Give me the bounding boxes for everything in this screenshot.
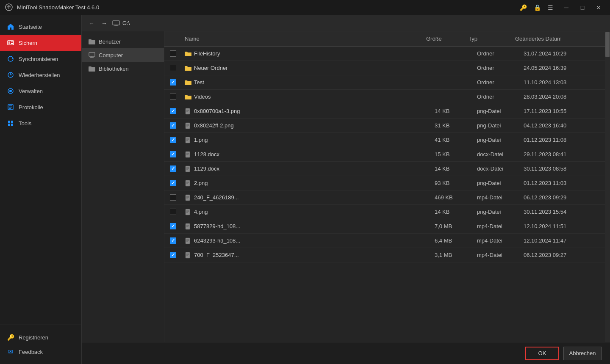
file-date-cell: 01.12.2023 11:08	[520, 135, 605, 145]
file-name-cell: Neuer Ordner	[181, 63, 431, 73]
minimize-button[interactable]: ─	[560, 3, 573, 12]
file-checkbox[interactable]	[170, 137, 176, 143]
bibliotheken-icon	[89, 65, 95, 72]
table-row[interactable]: 240_F_4626189...469 KBmp4-Datei06.12.202…	[164, 190, 605, 205]
table-row[interactable]: 4.png14 KBpng-Datei30.11.2023 15:54	[164, 205, 605, 219]
key-bottom-icon: 🔑	[7, 334, 14, 341]
back-button[interactable]: ←	[87, 19, 96, 28]
table-row[interactable]: Neuer OrdnerOrdner24.05.2024 16:39	[164, 61, 605, 75]
folder-icon	[185, 79, 191, 86]
svg-rect-50	[186, 195, 190, 201]
file-checkbox[interactable]	[170, 180, 176, 186]
table-row[interactable]: 1.png41 KBpng-Datei01.12.2023 11:08	[164, 133, 605, 147]
breadcrumb-path: G:\	[112, 20, 130, 26]
file-checkbox[interactable]	[170, 194, 176, 201]
maximize-button[interactable]: □	[576, 3, 589, 12]
file-name-text: 240_F_4626189...	[194, 194, 239, 201]
svg-rect-19	[89, 40, 95, 44]
breadcrumb-text: G:\	[122, 20, 130, 26]
table-row[interactable]: TestOrdner11.10.2024 13:03	[164, 75, 605, 90]
table-row[interactable]: 700_F_2523647...3,1 MBmp4-Datei06.12.202…	[164, 248, 605, 262]
tree-item-benutzer[interactable]: Benutzer	[82, 35, 164, 48]
file-list-header: Name Größe Typ Geändertes Datum	[164, 31, 605, 47]
file-date-cell: 01.12.2023 11:03	[520, 178, 605, 188]
svg-rect-4	[11, 43, 13, 44]
file-name-text: 4.png	[194, 209, 208, 215]
key-icon[interactable]: 🔑	[520, 4, 527, 11]
file-checkbox[interactable]	[170, 79, 176, 85]
file-size-cell: 469 KB	[431, 193, 474, 202]
manage-icon	[7, 87, 14, 95]
file-size-cell: 6,4 MB	[431, 236, 474, 245]
menu-icon[interactable]: ☰	[548, 4, 553, 11]
file-name-text: Videos	[194, 94, 211, 100]
file-name-cell: 700_F_2523647...	[181, 250, 431, 260]
lock-icon[interactable]: 🔒	[534, 4, 541, 11]
table-row[interactable]: 5877829-hd_108...7,0 MBmp4-Datei12.10.20…	[164, 219, 605, 234]
svg-rect-24	[89, 67, 95, 72]
table-row[interactable]: 1129.docx14 KBdocx-Datei30.11.2023 08:58	[164, 162, 605, 176]
cancel-button[interactable]: Abbrechen	[563, 347, 602, 360]
table-row[interactable]: 2.png93 KBpng-Datei01.12.2023 11:03	[164, 176, 605, 190]
folder-icon	[185, 94, 191, 100]
file-name-cell: 6243293-hd_108...	[181, 236, 431, 246]
file-checkbox[interactable]	[170, 209, 176, 215]
sidebar-item-sichern[interactable]: Sichern	[0, 35, 81, 51]
file-name-cell: 2.png	[181, 178, 431, 188]
file-checkbox[interactable]	[170, 65, 176, 71]
file-type-cell: png-Datei	[474, 207, 520, 217]
forward-button[interactable]: →	[100, 19, 109, 28]
file-type-cell: mp4-Datei	[474, 250, 520, 260]
file-icon	[185, 151, 191, 158]
table-row[interactable]: 6243293-hd_108...6,4 MBmp4-Datei12.10.20…	[164, 234, 605, 248]
file-checkbox[interactable]	[170, 151, 176, 157]
table-row[interactable]: VideosOrdner28.03.2024 20:08	[164, 90, 605, 104]
scrollbar[interactable]	[605, 31, 610, 342]
close-button[interactable]: ✕	[592, 3, 605, 12]
file-name-cell: 1129.docx	[181, 164, 431, 174]
file-checkbox[interactable]	[170, 108, 176, 114]
file-date-cell: 12.10.2024 11:47	[520, 236, 605, 245]
table-row[interactable]: 0x80242ff-2.png31 KBpng-Datei04.12.2023 …	[164, 119, 605, 133]
file-checkbox[interactable]	[170, 223, 176, 229]
table-row[interactable]: 1128.docx15 KBdocx-Datei29.11.2023 08:41	[164, 147, 605, 162]
file-date-cell: 06.12.2023 09:27	[520, 250, 605, 260]
file-checkbox-cell	[164, 207, 181, 217]
benutzer-icon	[89, 38, 95, 45]
file-checkbox[interactable]	[170, 94, 176, 100]
file-checkbox[interactable]	[170, 50, 176, 57]
table-row[interactable]: 0x800700a1-3.png14 KBpng-Datei17.11.2023…	[164, 104, 605, 119]
file-checkbox[interactable]	[170, 252, 176, 258]
scrollbar-thumb[interactable]	[605, 32, 610, 57]
svg-rect-15	[11, 124, 13, 126]
svg-rect-30	[186, 123, 190, 129]
file-name-cell: FileHistory	[181, 49, 431, 59]
table-row[interactable]: FileHistoryOrdner31.07.2024 10:29	[164, 47, 605, 61]
file-name-text: Neuer Ordner	[194, 65, 227, 71]
sidebar-item-verwalten[interactable]: Verwalten	[0, 83, 81, 99]
tree-item-bibliotheken[interactable]: Bibliotheken	[82, 62, 164, 75]
file-type-cell: docx-Datei	[474, 164, 520, 174]
svg-rect-38	[186, 152, 190, 157]
ok-button[interactable]: OK	[525, 347, 559, 360]
file-name-text: 1129.docx	[194, 165, 219, 172]
file-date-cell: 06.12.2023 09:29	[520, 193, 605, 202]
file-name-text: 2.png	[194, 180, 208, 186]
file-type-cell: png-Datei	[474, 106, 520, 116]
sidebar-item-protokolle[interactable]: Protokolle	[0, 99, 81, 115]
tree-item-computer[interactable]: Computer	[82, 48, 164, 62]
file-checkbox[interactable]	[170, 237, 176, 244]
sidebar-item-startseite[interactable]: Startseite	[0, 19, 81, 35]
file-icon	[185, 237, 191, 244]
sidebar-item-wiederherstellen[interactable]: Wiederherstellen	[0, 67, 81, 83]
file-type-cell: Ordner	[474, 77, 520, 87]
file-checkbox[interactable]	[170, 122, 176, 129]
sidebar-item-synchronisieren[interactable]: Synchronisieren	[0, 51, 81, 67]
svg-rect-66	[186, 252, 190, 258]
file-checkbox[interactable]	[170, 165, 176, 172]
sidebar-item-registrieren[interactable]: 🔑 Registrieren	[0, 330, 81, 345]
file-size-cell: 15 KB	[431, 149, 474, 159]
sidebar-item-tools[interactable]: Tools	[0, 115, 81, 131]
file-checkbox-cell	[164, 77, 181, 87]
sidebar-item-feedback[interactable]: ✉ Feedback	[0, 345, 81, 359]
